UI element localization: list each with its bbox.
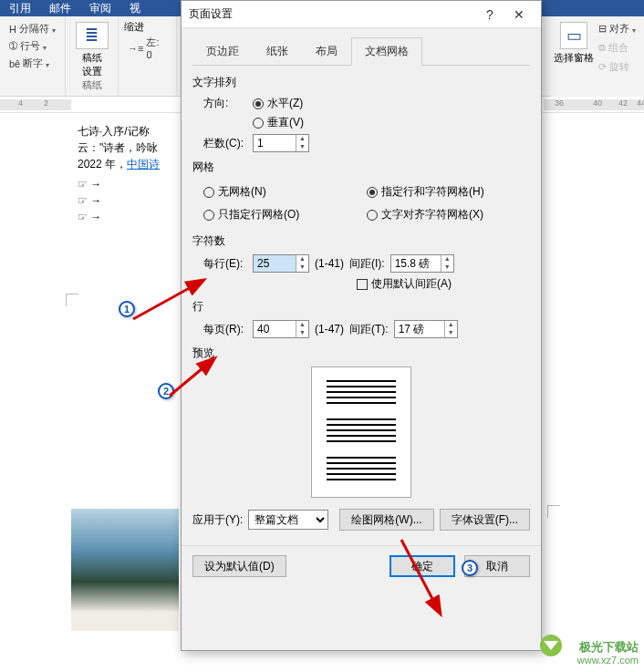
per-line-label: 每行(E):: [203, 256, 247, 272]
dialog-title: 页面设置: [189, 6, 475, 22]
tab-layout[interactable]: 布局: [302, 37, 351, 65]
preview-box: [311, 366, 411, 498]
charcount-heading: 字符数: [192, 233, 530, 249]
page-corner: [66, 294, 78, 306]
tab-references[interactable]: 引用: [0, 0, 40, 16]
char-spacing-spinner[interactable]: ▲▼: [390, 254, 454, 273]
page-corner: [547, 505, 560, 518]
align-menu[interactable]: ⊟ 对齐: [595, 20, 639, 37]
indent-label: 缩进: [124, 20, 171, 34]
tab-margins[interactable]: 页边距: [192, 37, 253, 65]
chars-per-line-spinner[interactable]: ▲▼: [253, 254, 309, 273]
rotate-menu: ⟳ 旋转: [595, 58, 639, 76]
hyphenation-button[interactable]: bê断字: [5, 55, 59, 72]
radio-horizontal[interactable]: 水平(Z): [253, 96, 303, 111]
doc-link[interactable]: 中国诗: [127, 158, 160, 170]
radio-line-char-grid[interactable]: 指定行和字符网格(H): [367, 181, 530, 203]
use-default-spacing-check[interactable]: 使用默认间距(A): [357, 276, 452, 292]
selection-pane-icon[interactable]: ▭: [560, 22, 587, 49]
document-text: 七诗·入序/记称 云："诗者，吟咏 2022 年，中国诗 ☞ → ☞ → ☞ →: [78, 123, 160, 225]
ribbon-right: ▭ 选择窗格 ⊟ 对齐 ⧉ 组合 ⟳ 旋转: [551, 16, 644, 97]
manuscript-group-label: 稿纸: [82, 78, 102, 92]
draw-grid-button[interactable]: 绘图网格(W)...: [339, 509, 433, 531]
font-settings-button[interactable]: 字体设置(F)...: [440, 509, 530, 531]
lines-heading: 行: [192, 299, 530, 315]
ok-button[interactable]: 确定: [390, 555, 455, 577]
preview-heading: 预览: [192, 346, 530, 361]
text-arrange-heading: 文字排列: [192, 75, 530, 90]
radio-no-grid[interactable]: 无网格(N): [203, 181, 367, 203]
tab-mailings[interactable]: 邮件: [40, 0, 80, 16]
columns-label: 栏数(C):: [203, 136, 247, 151]
per-page-range: (1-47): [315, 323, 344, 336]
apply-to-label: 应用于(Y):: [192, 512, 243, 528]
grid-heading: 网格: [192, 160, 530, 175]
tab-document-grid[interactable]: 文档网格: [351, 37, 422, 66]
annotation-badge-1: 1: [119, 301, 135, 317]
apply-to-select[interactable]: 整篇文档: [248, 510, 328, 530]
indent-left[interactable]: →≡ 左: 0: [124, 34, 171, 62]
group-menu: ⧉ 组合: [595, 39, 639, 57]
lines-per-page-spinner[interactable]: ▲▼: [253, 320, 309, 338]
set-default-button[interactable]: 设为默认值(D): [192, 555, 286, 577]
manuscript-icon[interactable]: ≣: [76, 22, 109, 49]
tab-paper[interactable]: 纸张: [253, 37, 302, 65]
line-numbers-button[interactable]: ➀行号: [5, 37, 59, 55]
manuscript-label: 稿纸设置: [82, 51, 102, 78]
watermark: 极光下载站 www.xz7.com: [577, 640, 639, 667]
watermark-icon: [540, 635, 562, 656]
selection-pane-label[interactable]: 选择窗格: [553, 51, 595, 65]
breaks-button[interactable]: H分隔符: [5, 20, 59, 37]
per-page-label: 每页(R):: [203, 322, 247, 337]
page-setup-dialog: 页面设置 ? ✕ 页边距 纸张 布局 文档网格 文字排列 方向: 水平(Z) 垂…: [181, 0, 542, 651]
char-spacing-label: 间距(I):: [349, 256, 385, 272]
tab-view[interactable]: 视: [120, 0, 150, 16]
radio-align-grid[interactable]: 文字对齐字符网格(X): [367, 203, 530, 226]
annotation-badge-3: 3: [462, 560, 478, 576]
radio-vertical[interactable]: 垂直(V): [253, 115, 304, 130]
radio-line-grid[interactable]: 只指定行网格(O): [203, 203, 367, 226]
dialog-tabs: 页边距 纸张 布局 文档网格: [192, 37, 530, 66]
image-thumbnail[interactable]: [71, 509, 179, 631]
tab-review[interactable]: 审阅: [80, 0, 120, 16]
line-spacing-label: 间距(T):: [349, 322, 389, 337]
help-button[interactable]: ?: [475, 7, 504, 22]
direction-label: 方向:: [203, 96, 247, 111]
per-line-range: (1-41): [315, 257, 344, 270]
columns-spinner[interactable]: ▲▼: [253, 134, 309, 152]
line-spacing-spinner[interactable]: ▲▼: [394, 320, 458, 338]
close-button[interactable]: ✕: [504, 7, 534, 22]
annotation-badge-2: 2: [158, 383, 174, 399]
